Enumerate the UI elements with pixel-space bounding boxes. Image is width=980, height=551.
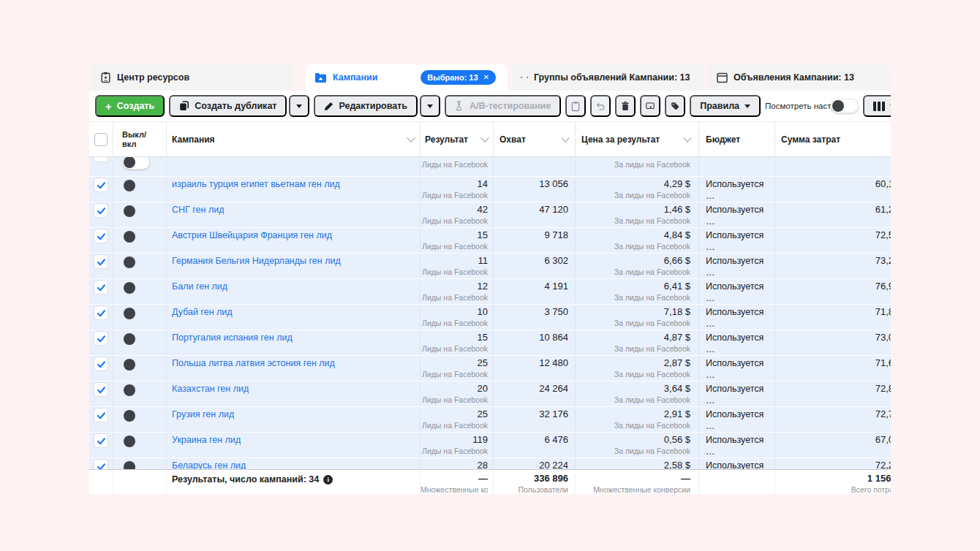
row-toggle[interactable]	[122, 157, 150, 170]
row-checkbox[interactable]	[94, 306, 108, 319]
header-budget[interactable]: Бюджет	[699, 122, 775, 156]
row-checkbox[interactable]	[94, 255, 108, 268]
row-checkbox[interactable]	[94, 157, 108, 162]
duplicate-menu-button[interactable]	[289, 95, 309, 117]
close-icon[interactable]	[483, 74, 489, 81]
spend-value: 61,2	[775, 204, 891, 216]
undo-icon[interactable]	[590, 95, 611, 117]
header-campaign[interactable]: Кампания	[167, 122, 421, 156]
spend-value: 76,9	[775, 281, 891, 292]
table-row[interactable]: Австрия Швейцария Франция ген лид 15 Лид…	[89, 228, 891, 254]
table-row[interactable]: Польша литва латвия эстония ген лид 25 Л…	[89, 356, 891, 381]
create-button[interactable]: + Создать	[95, 95, 165, 117]
view-settings-label[interactable]: Посмотреть настройки	[765, 102, 826, 111]
spend-value: 73,2	[775, 255, 891, 267]
header-result[interactable]: Результат	[421, 122, 494, 156]
cost-value: 7,18 $	[576, 306, 690, 318]
row-checkbox[interactable]	[94, 332, 108, 345]
columns-button[interactable]	[863, 95, 891, 117]
table-row[interactable]: Португалия испания ген лид 15 Лиды на Fa…	[89, 330, 891, 356]
clipboard-icon[interactable]	[565, 95, 586, 117]
table-row[interactable]: Германия Бельгия Нидерланды ген лид 11 Л…	[89, 254, 891, 279]
campaign-link[interactable]: Австрия Швейцария Франция ген лид	[172, 229, 332, 241]
sort-chevron-icon[interactable]	[480, 134, 489, 142]
row-checkbox[interactable]	[94, 408, 108, 422]
campaign-link[interactable]: Украина ген лид	[172, 434, 241, 446]
trash-icon[interactable]	[615, 95, 636, 117]
campaign-link[interactable]: Дубай ген лид	[172, 306, 233, 318]
tag-icon[interactable]	[665, 95, 685, 117]
tab-adsets[interactable]: Группы объявлений Кампании: 13	[512, 64, 704, 91]
cost-value: 4,84 $	[576, 229, 690, 241]
row-checkbox[interactable]	[94, 383, 108, 396]
campaign-link[interactable]: Португалия испания ген лид	[172, 332, 293, 343]
table-body-rows: израиль турция египет вьетнам ген лид 14…	[89, 177, 891, 469]
cost-sublabel: За лиды на Facebook	[576, 241, 690, 251]
table-row[interactable]: израиль турция египет вьетнам ген лид 14…	[89, 177, 891, 202]
spend-value: 71,6	[775, 357, 891, 369]
campaign-link[interactable]: израиль турция египет вьетнам ген лид	[172, 178, 340, 190]
cost-value: 6,66 $	[576, 255, 690, 267]
table-row-partial[interactable]: Лиды на Facebook За лиды на Facebook	[89, 157, 891, 177]
header-cost-per-result[interactable]: Цена за результат	[576, 122, 699, 156]
table-row[interactable]: Дубай ген лид 10 Лиды на Facebook 3 750 …	[89, 305, 891, 330]
cost-sublabel: За лиды на Facebook	[576, 318, 690, 328]
cost-sublabel: За лиды на Facebook	[576, 267, 690, 277]
sort-chevron-icon[interactable]	[407, 134, 415, 142]
campaign-link[interactable]: Грузия ген лид	[172, 408, 234, 420]
header-spend[interactable]: Сумма затрат	[775, 122, 891, 156]
duplicate-label: Создать дубликат	[195, 101, 276, 111]
table-row[interactable]: Казахстан ген лид 20 Лиды на Facebook 24…	[89, 381, 891, 407]
cost-sublabel: За лиды на Facebook	[576, 343, 690, 354]
table-row[interactable]: СНГ ген лид 42 Лиды на Facebook 47 120 1…	[89, 202, 891, 228]
ab-test-button[interactable]: A/B-тестирование	[445, 95, 561, 117]
budget-value: Используется …	[706, 408, 774, 432]
info-icon[interactable]	[323, 475, 333, 484]
result-value: 42	[421, 204, 488, 216]
row-checkbox[interactable]	[94, 434, 108, 447]
select-all-checkbox[interactable]	[94, 133, 108, 146]
toolbar-toggle[interactable]	[831, 99, 859, 113]
row-checkbox[interactable]	[94, 281, 108, 294]
budget-value: Используется …	[706, 229, 774, 253]
preview-window-icon[interactable]	[640, 95, 660, 117]
tab-resource-center[interactable]: Центр ресурсов	[91, 64, 293, 91]
spend-value: 72,8	[775, 383, 891, 395]
table-row[interactable]: Бали ген лид 12 Лиды на Facebook 4 191 6…	[89, 279, 891, 305]
reach-value: 3 750	[494, 306, 568, 318]
campaign-link[interactable]: Польша литва латвия эстония ген лид	[172, 357, 335, 369]
sort-chevron-icon[interactable]	[561, 134, 569, 142]
duplicate-button[interactable]: Создать дубликат	[169, 95, 287, 117]
cost-value: 2,87 $	[576, 357, 690, 369]
sort-chevron-icon[interactable]	[683, 134, 691, 142]
row-checkbox[interactable]	[94, 204, 108, 217]
reach-value: 10 864	[494, 332, 568, 343]
campaign-link[interactable]: Бали ген лид	[172, 281, 227, 292]
campaign-link[interactable]: Германия Бельгия Нидерланды ген лид	[172, 255, 341, 267]
rules-button[interactable]: Правила	[690, 95, 761, 117]
table-row[interactable]: Беларусь ген лид 28 Лиды на Facebook 20 …	[89, 458, 891, 469]
tab-campaigns[interactable]: Кампании Выбрано: 13	[306, 64, 508, 91]
row-checkbox[interactable]	[94, 357, 108, 370]
edit-button[interactable]: Редактировать	[314, 95, 417, 117]
edit-menu-button[interactable]	[420, 95, 440, 117]
selected-count-badge[interactable]: Выбрано: 13	[421, 70, 496, 85]
total-spend-sublabel: Всего потра	[775, 484, 891, 494]
campaign-link[interactable]: СНГ ген лид	[172, 204, 224, 216]
budget-value: Используется …	[706, 434, 774, 457]
budget-value: Используется …	[706, 306, 774, 330]
campaign-link[interactable]: Беларусь ген лид	[172, 460, 246, 469]
tab-ads[interactable]: Объявления Кампании: 13	[708, 64, 891, 91]
table-row[interactable]: Грузия ген лид 25 Лиды на Facebook 32 17…	[89, 407, 891, 433]
header-reach[interactable]: Охват	[494, 122, 576, 156]
table-row[interactable]: Украина ген лид 119 Лиды на Facebook 6 4…	[89, 433, 891, 458]
pencil-icon	[324, 102, 333, 111]
cost-value: 6,41 $	[576, 281, 690, 292]
result-sublabel: Лиды на Facebook	[421, 190, 488, 200]
rules-label: Правила	[700, 101, 739, 111]
campaign-link[interactable]: Казахстан ген лид	[172, 383, 249, 395]
row-checkbox[interactable]	[94, 178, 108, 191]
edit-label: Редактировать	[339, 101, 407, 111]
row-checkbox[interactable]	[94, 229, 108, 243]
row-checkbox[interactable]	[94, 460, 108, 469]
